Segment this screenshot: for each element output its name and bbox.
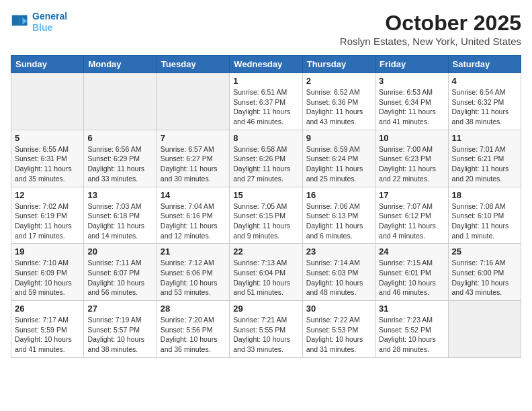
day-of-week-header: Wednesday — [230, 56, 302, 73]
calendar-cell: 2Sunrise: 6:52 AM Sunset: 6:36 PM Daylig… — [302, 73, 375, 130]
month-title: October 2025 — [340, 11, 521, 36]
day-number: 18 — [452, 190, 517, 200]
day-info: Sunrise: 7:06 AM Sunset: 6:13 PM Dayligh… — [306, 201, 371, 241]
day-info: Sunrise: 7:08 AM Sunset: 6:10 PM Dayligh… — [452, 201, 517, 241]
day-of-week-header: Tuesday — [157, 56, 229, 73]
day-number: 16 — [306, 190, 371, 200]
calendar-cell: 13Sunrise: 7:03 AM Sunset: 6:18 PM Dayli… — [84, 187, 157, 244]
calendar-cell: 27Sunrise: 7:19 AM Sunset: 5:57 PM Dayli… — [84, 301, 157, 358]
day-info: Sunrise: 7:15 AM Sunset: 6:01 PM Dayligh… — [379, 258, 444, 298]
day-info: Sunrise: 7:03 AM Sunset: 6:18 PM Dayligh… — [87, 201, 152, 241]
day-number: 11 — [452, 133, 517, 143]
calendar-cell: 1Sunrise: 6:51 AM Sunset: 6:37 PM Daylig… — [230, 73, 302, 130]
day-info: Sunrise: 6:54 AM Sunset: 6:32 PM Dayligh… — [452, 87, 517, 127]
day-number: 12 — [15, 190, 80, 200]
calendar-cell: 21Sunrise: 7:12 AM Sunset: 6:06 PM Dayli… — [157, 244, 229, 301]
calendar-cell: 25Sunrise: 7:16 AM Sunset: 6:00 PM Dayli… — [448, 244, 521, 301]
day-info: Sunrise: 7:13 AM Sunset: 6:04 PM Dayligh… — [233, 258, 298, 298]
day-number: 5 — [15, 133, 80, 143]
day-number: 22 — [233, 246, 298, 257]
day-info: Sunrise: 7:16 AM Sunset: 6:00 PM Dayligh… — [452, 258, 517, 298]
day-number: 20 — [87, 246, 152, 257]
calendar-cell: 10Sunrise: 7:00 AM Sunset: 6:23 PM Dayli… — [375, 130, 448, 187]
calendar-cell: 16Sunrise: 7:06 AM Sunset: 6:13 PM Dayli… — [302, 187, 375, 244]
day-info: Sunrise: 7:23 AM Sunset: 5:52 PM Dayligh… — [379, 315, 444, 355]
calendar-week-row: 26Sunrise: 7:17 AM Sunset: 5:59 PM Dayli… — [11, 301, 521, 358]
day-info: Sunrise: 7:04 AM Sunset: 6:16 PM Dayligh… — [161, 201, 226, 241]
day-info: Sunrise: 6:51 AM Sunset: 6:37 PM Dayligh… — [233, 87, 298, 127]
calendar-cell — [84, 73, 157, 130]
day-info: Sunrise: 7:22 AM Sunset: 5:53 PM Dayligh… — [306, 315, 371, 355]
calendar-cell: 11Sunrise: 7:01 AM Sunset: 6:21 PM Dayli… — [448, 130, 521, 187]
calendar-week-row: 1Sunrise: 6:51 AM Sunset: 6:37 PM Daylig… — [11, 73, 521, 130]
day-number: 29 — [233, 304, 298, 314]
day-number: 30 — [306, 304, 371, 314]
calendar-cell: 3Sunrise: 6:53 AM Sunset: 6:34 PM Daylig… — [375, 73, 448, 130]
day-number: 24 — [379, 246, 444, 257]
day-number: 10 — [379, 133, 444, 143]
day-info: Sunrise: 7:14 AM Sunset: 6:03 PM Dayligh… — [306, 258, 371, 298]
day-info: Sunrise: 6:58 AM Sunset: 6:26 PM Dayligh… — [233, 144, 298, 184]
day-info: Sunrise: 7:05 AM Sunset: 6:15 PM Dayligh… — [233, 201, 298, 241]
location: Roslyn Estates, New York, United States — [340, 36, 521, 47]
calendar-cell: 12Sunrise: 7:02 AM Sunset: 6:19 PM Dayli… — [11, 187, 84, 244]
day-number: 6 — [87, 133, 152, 143]
calendar: SundayMondayTuesdayWednesdayThursdayFrid… — [11, 55, 521, 358]
calendar-cell: 19Sunrise: 7:10 AM Sunset: 6:09 PM Dayli… — [11, 244, 84, 301]
day-number: 23 — [306, 246, 371, 257]
calendar-week-row: 19Sunrise: 7:10 AM Sunset: 6:09 PM Dayli… — [11, 244, 521, 301]
day-info: Sunrise: 6:57 AM Sunset: 6:27 PM Dayligh… — [161, 144, 226, 184]
calendar-cell: 26Sunrise: 7:17 AM Sunset: 5:59 PM Dayli… — [11, 301, 84, 358]
day-number: 13 — [87, 190, 152, 200]
day-info: Sunrise: 7:07 AM Sunset: 6:12 PM Dayligh… — [379, 201, 444, 241]
day-number: 15 — [233, 190, 298, 200]
calendar-week-row: 5Sunrise: 6:55 AM Sunset: 6:31 PM Daylig… — [11, 130, 521, 187]
day-number: 17 — [379, 190, 444, 200]
calendar-cell: 23Sunrise: 7:14 AM Sunset: 6:03 PM Dayli… — [302, 244, 375, 301]
calendar-cell: 6Sunrise: 6:56 AM Sunset: 6:29 PM Daylig… — [84, 130, 157, 187]
day-number: 19 — [15, 246, 80, 257]
day-info: Sunrise: 7:12 AM Sunset: 6:06 PM Dayligh… — [161, 258, 226, 298]
day-info: Sunrise: 6:55 AM Sunset: 6:31 PM Dayligh… — [15, 144, 80, 184]
day-number: 27 — [87, 304, 152, 314]
calendar-cell: 20Sunrise: 7:11 AM Sunset: 6:07 PM Dayli… — [84, 244, 157, 301]
day-number: 25 — [452, 246, 517, 257]
day-of-week-header: Monday — [84, 56, 157, 73]
svg-rect-1 — [12, 15, 19, 26]
day-of-week-header: Friday — [375, 56, 448, 73]
day-info: Sunrise: 6:52 AM Sunset: 6:36 PM Dayligh… — [306, 87, 371, 127]
day-number: 8 — [233, 133, 298, 143]
calendar-cell: 14Sunrise: 7:04 AM Sunset: 6:16 PM Dayli… — [157, 187, 229, 244]
day-number: 4 — [452, 76, 517, 86]
day-info: Sunrise: 7:17 AM Sunset: 5:59 PM Dayligh… — [15, 315, 80, 355]
day-of-week-header: Sunday — [11, 56, 84, 73]
day-number: 1 — [233, 76, 298, 86]
calendar-cell: 22Sunrise: 7:13 AM Sunset: 6:04 PM Dayli… — [230, 244, 302, 301]
calendar-cell — [157, 73, 229, 130]
calendar-cell: 8Sunrise: 6:58 AM Sunset: 6:26 PM Daylig… — [230, 130, 302, 187]
day-of-week-header: Saturday — [448, 56, 521, 73]
day-number: 31 — [379, 304, 444, 314]
calendar-header-row: SundayMondayTuesdayWednesdayThursdayFrid… — [11, 56, 521, 73]
calendar-cell: 30Sunrise: 7:22 AM Sunset: 5:53 PM Dayli… — [302, 301, 375, 358]
day-info: Sunrise: 7:19 AM Sunset: 5:57 PM Dayligh… — [87, 315, 152, 355]
day-info: Sunrise: 7:11 AM Sunset: 6:07 PM Dayligh… — [87, 258, 152, 298]
day-number: 9 — [306, 133, 371, 143]
calendar-cell: 15Sunrise: 7:05 AM Sunset: 6:15 PM Dayli… — [230, 187, 302, 244]
calendar-cell: 29Sunrise: 7:21 AM Sunset: 5:55 PM Dayli… — [230, 301, 302, 358]
calendar-cell: 7Sunrise: 6:57 AM Sunset: 6:27 PM Daylig… — [157, 130, 229, 187]
day-info: Sunrise: 7:20 AM Sunset: 5:56 PM Dayligh… — [161, 315, 226, 355]
day-number: 7 — [161, 133, 226, 143]
calendar-cell: 18Sunrise: 7:08 AM Sunset: 6:10 PM Dayli… — [448, 187, 521, 244]
calendar-week-row: 12Sunrise: 7:02 AM Sunset: 6:19 PM Dayli… — [11, 187, 521, 244]
day-info: Sunrise: 7:01 AM Sunset: 6:21 PM Dayligh… — [452, 144, 517, 184]
calendar-cell — [11, 73, 84, 130]
calendar-cell: 28Sunrise: 7:20 AM Sunset: 5:56 PM Dayli… — [157, 301, 229, 358]
day-number: 28 — [161, 304, 226, 314]
day-info: Sunrise: 7:00 AM Sunset: 6:23 PM Dayligh… — [379, 144, 444, 184]
day-info: Sunrise: 6:53 AM Sunset: 6:34 PM Dayligh… — [379, 87, 444, 127]
day-info: Sunrise: 7:10 AM Sunset: 6:09 PM Dayligh… — [15, 258, 80, 298]
day-number: 3 — [379, 76, 444, 86]
day-of-week-header: Thursday — [302, 56, 375, 73]
page-header: General Blue October 2025 Roslyn Estates… — [11, 11, 521, 47]
